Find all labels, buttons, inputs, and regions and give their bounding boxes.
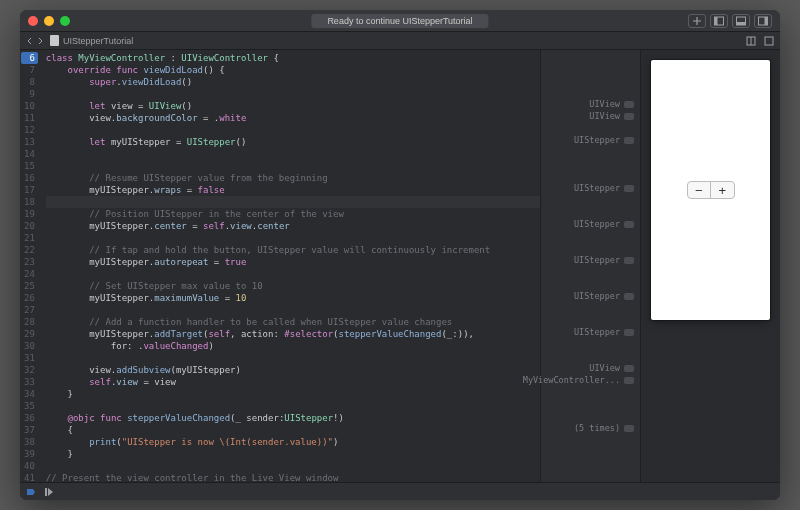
code-line[interactable]: @objc func stepperValueChanged(_ sender:… — [46, 412, 540, 424]
code-line[interactable] — [46, 352, 540, 364]
code-line[interactable]: // Position UIStepper in the center of t… — [46, 208, 540, 220]
quicklook-icon[interactable] — [624, 185, 634, 192]
code-line[interactable] — [46, 88, 540, 100]
toggle-bottom-panel-button[interactable] — [732, 14, 750, 28]
code-line[interactable]: for: .valueChanged) — [46, 340, 540, 352]
result-annotation[interactable]: UIStepper — [574, 290, 634, 302]
plus-icon — [692, 16, 702, 26]
close-icon[interactable] — [28, 16, 38, 26]
quicklook-icon[interactable] — [624, 425, 634, 432]
code-line[interactable]: print("UIStepper is now \(Int(sender.val… — [46, 436, 540, 448]
code-content[interactable]: class MyViewController : UIViewControlle… — [40, 50, 540, 482]
quicklook-icon[interactable] — [624, 113, 634, 120]
swift-file-icon — [50, 35, 59, 46]
code-line[interactable] — [46, 400, 540, 412]
line-number: 41 — [24, 472, 35, 482]
code-line[interactable]: myUIStepper.wraps = false — [46, 184, 540, 196]
source-editor[interactable]: 6789101112131415161718192021222324252627… — [20, 50, 640, 482]
result-annotation[interactable]: UIStepper — [574, 326, 634, 338]
activity-status: Ready to continue UIStepperTutorial — [311, 14, 488, 28]
code-line[interactable]: myUIStepper.addTarget(self, action: #sel… — [46, 328, 540, 340]
result-annotation[interactable]: UIView — [589, 110, 634, 122]
code-line[interactable]: // Add a function handler to be called w… — [46, 316, 540, 328]
result-annotation[interactable]: UIStepper — [574, 254, 634, 266]
add-panel-button[interactable] — [688, 14, 706, 28]
quicklook-icon[interactable] — [624, 257, 634, 264]
nav-back-icon[interactable] — [26, 37, 34, 45]
line-number: 13 — [24, 136, 35, 148]
code-line[interactable]: } — [46, 388, 540, 400]
code-line[interactable]: myUIStepper.autorepeat = true — [46, 256, 540, 268]
line-number: 35 — [24, 400, 35, 412]
code-line[interactable]: // Resume UIStepper value from the begin… — [46, 172, 540, 184]
add-editor-icon[interactable] — [764, 36, 774, 46]
code-line[interactable]: // If tap and hold the button, UIStepper… — [46, 244, 540, 256]
code-line[interactable]: view.addSubview(myUIStepper) — [46, 364, 540, 376]
code-line[interactable] — [46, 268, 540, 280]
result-label: UIView — [589, 98, 620, 110]
code-line[interactable] — [46, 304, 540, 316]
result-annotation[interactable]: UIStepper — [574, 134, 634, 146]
quicklook-icon[interactable] — [624, 137, 634, 144]
result-label: MyViewController... — [523, 374, 620, 386]
minimize-icon[interactable] — [44, 16, 54, 26]
toggle-right-panel-button[interactable] — [754, 14, 772, 28]
quicklook-icon[interactable] — [624, 365, 634, 372]
code-line[interactable]: } — [46, 448, 540, 460]
toggle-left-panel-button[interactable] — [710, 14, 728, 28]
code-line[interactable]: // Set UIStepper max value to 10 — [46, 280, 540, 292]
code-line[interactable]: override func viewDidLoad() { — [46, 64, 540, 76]
code-line[interactable] — [46, 148, 540, 160]
code-line[interactable]: { — [46, 424, 540, 436]
result-annotation[interactable]: UIStepper — [574, 218, 634, 230]
zoom-icon[interactable] — [60, 16, 70, 26]
line-number: 25 — [24, 280, 35, 292]
code-line[interactable] — [46, 460, 540, 472]
nav-forward-icon[interactable] — [36, 37, 44, 45]
line-number: 37 — [24, 424, 35, 436]
line-number: 29 — [24, 328, 35, 340]
quicklook-icon[interactable] — [624, 293, 634, 300]
result-annotation[interactable]: MyViewController... — [523, 374, 634, 386]
code-line[interactable]: let view = UIView() — [46, 100, 540, 112]
counterpart-icon[interactable] — [746, 36, 756, 46]
code-line[interactable] — [46, 232, 540, 244]
result-annotation[interactable]: UIStepper — [574, 182, 634, 194]
code-line[interactable]: // Present the view controller in the Li… — [46, 472, 540, 482]
continue-icon[interactable] — [44, 487, 54, 497]
code-line[interactable]: view.backgroundColor = .white — [46, 112, 540, 124]
code-line[interactable]: myUIStepper.center = self.view.center — [46, 220, 540, 232]
stepper-increment-button[interactable]: + — [711, 182, 734, 198]
quicklook-icon[interactable] — [624, 101, 634, 108]
stepper-decrement-button[interactable]: − — [688, 182, 712, 198]
live-view-panel: − + — [640, 50, 780, 482]
code-line[interactable]: myUIStepper.maximumValue = 10 — [46, 292, 540, 304]
result-label: UIStepper — [574, 218, 620, 230]
quicklook-icon[interactable] — [624, 221, 634, 228]
result-annotation[interactable]: (5 times) — [574, 422, 634, 434]
xcode-window: Ready to continue UIStepperTutorial UISt… — [20, 10, 780, 500]
line-number: 16 — [24, 172, 35, 184]
result-annotation[interactable]: UIView — [589, 98, 634, 110]
line-number: 14 — [24, 148, 35, 160]
code-line[interactable]: let myUIStepper = UIStepper() — [46, 136, 540, 148]
line-number: 7 — [24, 64, 35, 76]
quicklook-icon[interactable] — [624, 377, 634, 384]
line-number: 33 — [24, 376, 35, 388]
quicklook-icon[interactable] — [624, 329, 634, 336]
result-label: UIStepper — [574, 290, 620, 302]
line-number: 15 — [24, 160, 35, 172]
breakpoint-toggle-icon[interactable] — [26, 487, 36, 497]
code-line[interactable] — [46, 124, 540, 136]
code-line[interactable]: super.viewDidLoad() — [46, 76, 540, 88]
code-line[interactable] — [46, 196, 540, 208]
code-line[interactable] — [46, 160, 540, 172]
jump-bar-path[interactable]: UIStepperTutorial — [50, 35, 133, 46]
line-number: 21 — [24, 232, 35, 244]
result-annotation[interactable]: UIView — [523, 362, 634, 374]
result-label: UIStepper — [574, 326, 620, 338]
result-label: UIView — [589, 110, 620, 122]
code-line[interactable]: self.view = view — [46, 376, 540, 388]
ui-stepper[interactable]: − + — [687, 181, 735, 199]
code-line[interactable]: class MyViewController : UIViewControlle… — [46, 52, 540, 64]
